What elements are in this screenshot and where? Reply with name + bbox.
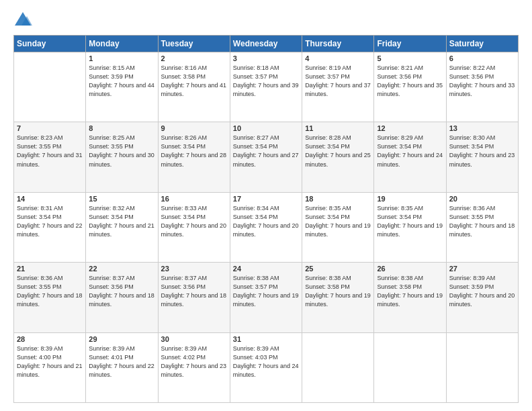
calendar-cell: 6Sunrise: 8:22 AMSunset: 3:56 PMDaylight…	[446, 52, 518, 122]
calendar-cell: 7Sunrise: 8:23 AMSunset: 3:55 PMDaylight…	[14, 122, 86, 192]
day-number: 8	[89, 124, 154, 132]
day-number: 15	[89, 195, 154, 203]
day-number: 4	[305, 54, 371, 62]
calendar-cell: 27Sunrise: 8:39 AMSunset: 3:59 PMDayligh…	[446, 263, 518, 332]
calendar-week-5: 28Sunrise: 8:39 AMSunset: 4:00 PMDayligh…	[14, 332, 519, 402]
logo-icon	[13, 11, 32, 30]
calendar-cell: 4Sunrise: 8:19 AMSunset: 3:57 PMDaylight…	[302, 52, 374, 122]
day-number: 30	[161, 335, 227, 343]
day-info: Sunrise: 8:37 AMSunset: 3:56 PMDaylight:…	[161, 274, 227, 309]
calendar-cell	[374, 332, 446, 402]
day-number: 18	[305, 195, 371, 203]
day-info: Sunrise: 8:39 AMSunset: 4:01 PMDaylight:…	[89, 345, 154, 379]
weekday-header-monday: Monday	[86, 36, 158, 52]
calendar-cell: 10Sunrise: 8:27 AMSunset: 3:54 PMDayligh…	[230, 122, 302, 192]
day-number: 10	[233, 124, 299, 132]
day-number: 13	[449, 124, 515, 132]
day-info: Sunrise: 8:32 AMSunset: 3:54 PMDaylight:…	[89, 204, 154, 239]
day-info: Sunrise: 8:23 AMSunset: 3:55 PMDaylight:…	[17, 134, 83, 169]
day-info: Sunrise: 8:30 AMSunset: 3:54 PMDaylight:…	[449, 134, 515, 169]
day-number: 23	[161, 265, 227, 273]
day-info: Sunrise: 8:18 AMSunset: 3:57 PMDaylight:…	[233, 64, 299, 99]
calendar-cell: 30Sunrise: 8:39 AMSunset: 4:02 PMDayligh…	[158, 332, 230, 402]
calendar-cell: 26Sunrise: 8:38 AMSunset: 3:58 PMDayligh…	[374, 263, 446, 332]
calendar-cell: 9Sunrise: 8:26 AMSunset: 3:54 PMDaylight…	[158, 122, 230, 192]
day-info: Sunrise: 8:35 AMSunset: 3:54 PMDaylight:…	[305, 204, 371, 239]
day-number: 1	[89, 54, 154, 62]
day-info: Sunrise: 8:38 AMSunset: 3:58 PMDaylight:…	[377, 274, 443, 309]
day-number: 28	[17, 335, 83, 343]
day-info: Sunrise: 8:19 AMSunset: 3:57 PMDaylight:…	[305, 64, 371, 99]
logo	[13, 11, 35, 30]
calendar-header-row: SundayMondayTuesdayWednesdayThursdayFrid…	[14, 36, 519, 52]
calendar-cell	[302, 332, 374, 402]
day-number: 12	[377, 124, 443, 132]
calendar-cell: 5Sunrise: 8:21 AMSunset: 3:56 PMDaylight…	[374, 52, 446, 122]
page: SundayMondayTuesdayWednesdayThursdayFrid…	[0, 0, 532, 411]
day-info: Sunrise: 8:39 AMSunset: 4:03 PMDaylight:…	[233, 345, 299, 379]
calendar-cell: 20Sunrise: 8:36 AMSunset: 3:55 PMDayligh…	[446, 192, 518, 262]
day-number: 14	[17, 195, 83, 203]
calendar-cell: 12Sunrise: 8:29 AMSunset: 3:54 PMDayligh…	[374, 122, 446, 192]
day-number: 3	[233, 54, 299, 62]
weekday-header-wednesday: Wednesday	[230, 36, 302, 52]
calendar-cell: 15Sunrise: 8:32 AMSunset: 3:54 PMDayligh…	[86, 192, 158, 262]
day-info: Sunrise: 8:36 AMSunset: 3:55 PMDaylight:…	[449, 204, 515, 239]
day-number: 7	[17, 124, 83, 132]
calendar-cell: 13Sunrise: 8:30 AMSunset: 3:54 PMDayligh…	[446, 122, 518, 192]
day-number: 20	[449, 195, 515, 203]
day-number: 9	[161, 124, 227, 132]
day-number: 2	[161, 54, 227, 62]
calendar-cell	[14, 52, 86, 122]
calendar-cell: 14Sunrise: 8:31 AMSunset: 3:54 PMDayligh…	[14, 192, 86, 262]
calendar-week-3: 14Sunrise: 8:31 AMSunset: 3:54 PMDayligh…	[14, 192, 519, 262]
calendar-week-4: 21Sunrise: 8:36 AMSunset: 3:55 PMDayligh…	[14, 263, 519, 332]
calendar-cell: 17Sunrise: 8:34 AMSunset: 3:54 PMDayligh…	[230, 192, 302, 262]
calendar-cell: 19Sunrise: 8:35 AMSunset: 3:54 PMDayligh…	[374, 192, 446, 262]
weekday-header-sunday: Sunday	[14, 36, 86, 52]
day-info: Sunrise: 8:25 AMSunset: 3:55 PMDaylight:…	[89, 134, 154, 169]
calendar-cell: 29Sunrise: 8:39 AMSunset: 4:01 PMDayligh…	[86, 332, 158, 402]
weekday-header-saturday: Saturday	[446, 36, 518, 52]
day-number: 22	[89, 265, 154, 273]
weekday-header-thursday: Thursday	[302, 36, 374, 52]
calendar-table: SundayMondayTuesdayWednesdayThursdayFrid…	[13, 35, 519, 403]
day-number: 16	[161, 195, 227, 203]
weekday-header-friday: Friday	[374, 36, 446, 52]
calendar-cell: 18Sunrise: 8:35 AMSunset: 3:54 PMDayligh…	[302, 192, 374, 262]
day-info: Sunrise: 8:26 AMSunset: 3:54 PMDaylight:…	[161, 134, 227, 169]
calendar-cell: 22Sunrise: 8:37 AMSunset: 3:56 PMDayligh…	[86, 263, 158, 332]
calendar-cell: 23Sunrise: 8:37 AMSunset: 3:56 PMDayligh…	[158, 263, 230, 332]
calendar-week-2: 7Sunrise: 8:23 AMSunset: 3:55 PMDaylight…	[14, 122, 519, 192]
day-info: Sunrise: 8:27 AMSunset: 3:54 PMDaylight:…	[233, 134, 299, 169]
day-number: 21	[17, 265, 83, 273]
calendar-cell: 21Sunrise: 8:36 AMSunset: 3:55 PMDayligh…	[14, 263, 86, 332]
day-info: Sunrise: 8:34 AMSunset: 3:54 PMDaylight:…	[233, 204, 299, 239]
day-info: Sunrise: 8:39 AMSunset: 3:59 PMDaylight:…	[449, 274, 515, 309]
day-info: Sunrise: 8:37 AMSunset: 3:56 PMDaylight:…	[89, 274, 154, 309]
calendar-cell: 24Sunrise: 8:38 AMSunset: 3:57 PMDayligh…	[230, 263, 302, 332]
day-number: 31	[233, 335, 299, 343]
calendar-cell: 31Sunrise: 8:39 AMSunset: 4:03 PMDayligh…	[230, 332, 302, 402]
day-number: 11	[305, 124, 371, 132]
day-info: Sunrise: 8:31 AMSunset: 3:54 PMDaylight:…	[17, 204, 83, 239]
calendar-cell: 1Sunrise: 8:15 AMSunset: 3:59 PMDaylight…	[86, 52, 158, 122]
day-info: Sunrise: 8:36 AMSunset: 3:55 PMDaylight:…	[17, 274, 83, 309]
day-number: 5	[377, 54, 443, 62]
day-number: 6	[449, 54, 515, 62]
calendar-cell: 28Sunrise: 8:39 AMSunset: 4:00 PMDayligh…	[14, 332, 86, 402]
day-info: Sunrise: 8:28 AMSunset: 3:54 PMDaylight:…	[305, 134, 371, 169]
day-info: Sunrise: 8:22 AMSunset: 3:56 PMDaylight:…	[449, 64, 515, 99]
day-info: Sunrise: 8:21 AMSunset: 3:56 PMDaylight:…	[377, 64, 443, 99]
day-info: Sunrise: 8:39 AMSunset: 4:00 PMDaylight:…	[17, 345, 83, 379]
day-number: 19	[377, 195, 443, 203]
weekday-header-tuesday: Tuesday	[158, 36, 230, 52]
day-info: Sunrise: 8:33 AMSunset: 3:54 PMDaylight:…	[161, 204, 227, 239]
day-number: 26	[377, 265, 443, 273]
calendar-cell: 11Sunrise: 8:28 AMSunset: 3:54 PMDayligh…	[302, 122, 374, 192]
day-info: Sunrise: 8:38 AMSunset: 3:58 PMDaylight:…	[305, 274, 371, 309]
calendar-cell: 3Sunrise: 8:18 AMSunset: 3:57 PMDaylight…	[230, 52, 302, 122]
day-number: 27	[449, 265, 515, 273]
day-info: Sunrise: 8:35 AMSunset: 3:54 PMDaylight:…	[377, 204, 443, 239]
calendar-cell: 8Sunrise: 8:25 AMSunset: 3:55 PMDaylight…	[86, 122, 158, 192]
